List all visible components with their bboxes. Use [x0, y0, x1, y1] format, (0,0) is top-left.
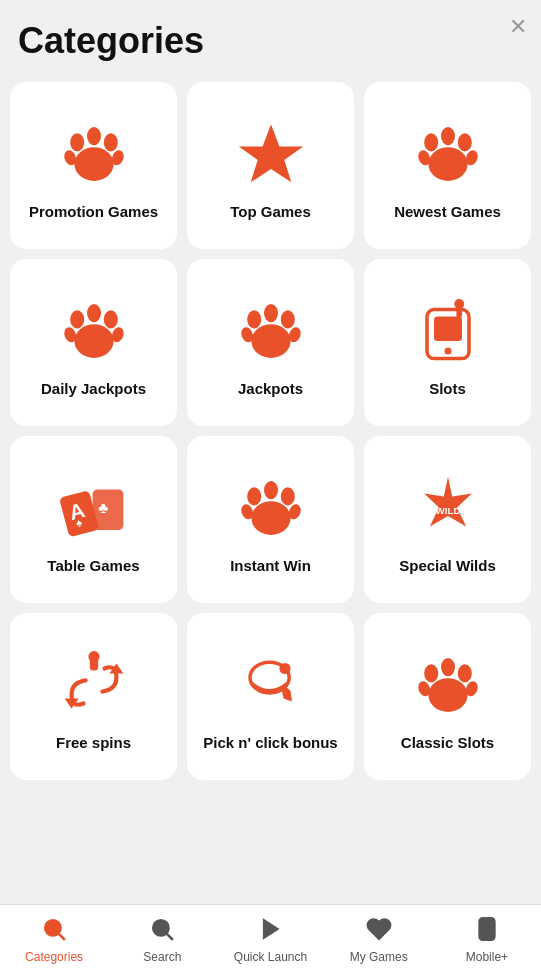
top-games-label: Top Games	[230, 203, 311, 221]
categories-grid: Promotion GamesTop GamesNewest GamesDail…	[0, 72, 541, 790]
category-item-instant-win[interactable]: Instant Win	[187, 436, 354, 603]
svg-point-35	[251, 501, 290, 535]
category-item-classic-slots[interactable]: Classic Slots	[364, 613, 531, 780]
slots-icon	[408, 292, 488, 372]
svg-point-61	[486, 934, 488, 936]
classic-slots-label: Classic Slots	[401, 734, 494, 752]
top-games-icon	[231, 115, 311, 195]
category-item-special-wilds[interactable]: WILDSpecial Wilds	[364, 436, 531, 603]
my-games-nav-icon	[366, 916, 392, 946]
free-spins-label: Free spins	[56, 734, 131, 752]
svg-text:♣: ♣	[98, 499, 108, 516]
search-nav-label: Search	[143, 950, 181, 964]
nav-item-quick-launch[interactable]: Quick Launch	[216, 916, 324, 964]
pick-n-click-icon	[231, 646, 311, 726]
category-item-pick-n-click[interactable]: Pick n' click bonus	[187, 613, 354, 780]
category-item-promotion-games[interactable]: Promotion Games	[10, 82, 177, 249]
nav-item-my-games[interactable]: My Games	[325, 916, 433, 964]
svg-point-57	[154, 920, 169, 935]
promotion-games-icon	[54, 115, 134, 195]
category-item-jackpots[interactable]: Jackpots	[187, 259, 354, 426]
search-nav-icon	[149, 916, 175, 946]
svg-point-3	[103, 133, 117, 151]
svg-point-29	[454, 299, 464, 309]
quick-launch-nav-label: Quick Launch	[234, 950, 307, 964]
svg-point-9	[441, 127, 455, 145]
category-item-table-games[interactable]: A♠♣Table Games	[10, 436, 177, 603]
svg-point-1	[70, 133, 84, 151]
special-wilds-icon: WILD	[408, 469, 488, 549]
category-item-daily-jackpots[interactable]: Daily Jackpots	[10, 259, 177, 426]
svg-point-48	[279, 662, 290, 673]
slots-label: Slots	[429, 380, 466, 398]
nav-item-search[interactable]: Search	[108, 916, 216, 964]
svg-text:WILD: WILD	[435, 504, 460, 515]
svg-point-7	[428, 147, 467, 181]
svg-point-21	[264, 304, 278, 322]
svg-point-38	[280, 487, 294, 505]
category-item-free-spins[interactable]: Free spins	[10, 613, 177, 780]
my-games-nav-label: My Games	[350, 950, 408, 964]
promotion-games-label: Promotion Games	[29, 203, 158, 221]
svg-point-36	[247, 487, 261, 505]
close-button[interactable]: ✕	[509, 14, 527, 40]
category-item-slots[interactable]: Slots	[364, 259, 531, 426]
table-games-label: Table Games	[47, 557, 139, 575]
svg-point-8	[424, 133, 438, 151]
instant-win-icon	[231, 469, 311, 549]
svg-point-49	[428, 678, 467, 712]
svg-point-15	[87, 304, 101, 322]
svg-point-13	[74, 324, 113, 358]
svg-line-58	[167, 933, 173, 939]
svg-point-55	[45, 920, 60, 935]
svg-point-16	[103, 310, 117, 328]
svg-point-27	[444, 347, 451, 354]
bottom-nav: CategoriesSearchQuick LaunchMy Games+Mob…	[0, 904, 541, 974]
newest-games-label: Newest Games	[394, 203, 501, 221]
svg-point-51	[441, 658, 455, 676]
svg-point-37	[264, 481, 278, 499]
instant-win-label: Instant Win	[230, 557, 311, 575]
table-games-icon: A♠♣	[54, 469, 134, 549]
special-wilds-label: Special Wilds	[399, 557, 496, 575]
free-spins-icon	[54, 646, 134, 726]
svg-point-52	[457, 664, 471, 682]
classic-slots-icon	[408, 646, 488, 726]
svg-point-14	[70, 310, 84, 328]
svg-marker-6	[238, 124, 302, 182]
mobile-plus-nav-label: Mobile+	[466, 950, 508, 964]
svg-point-50	[424, 664, 438, 682]
pick-n-click-label: Pick n' click bonus	[203, 734, 337, 752]
nav-item-categories[interactable]: Categories	[0, 916, 108, 964]
svg-point-46	[88, 651, 99, 662]
categories-nav-icon	[41, 916, 67, 946]
nav-item-mobile-plus[interactable]: +Mobile+	[433, 916, 541, 964]
page-title: Categories	[0, 0, 541, 72]
svg-rect-26	[434, 316, 462, 341]
mobile-plus-nav-icon: +	[474, 916, 500, 946]
newest-games-icon	[408, 115, 488, 195]
svg-line-56	[59, 933, 65, 939]
svg-text:+: +	[485, 920, 490, 929]
jackpots-icon	[231, 292, 311, 372]
svg-point-0	[74, 147, 113, 181]
svg-marker-59	[263, 919, 278, 939]
svg-point-20	[247, 310, 261, 328]
svg-point-22	[280, 310, 294, 328]
jackpots-label: Jackpots	[238, 380, 303, 398]
svg-point-19	[251, 324, 290, 358]
svg-marker-41	[424, 476, 472, 526]
quick-launch-nav-icon	[258, 916, 284, 946]
category-item-newest-games[interactable]: Newest Games	[364, 82, 531, 249]
svg-point-2	[87, 127, 101, 145]
categories-nav-label: Categories	[25, 950, 83, 964]
daily-jackpots-icon	[54, 292, 134, 372]
daily-jackpots-label: Daily Jackpots	[41, 380, 146, 398]
category-item-top-games[interactable]: Top Games	[187, 82, 354, 249]
svg-point-10	[457, 133, 471, 151]
